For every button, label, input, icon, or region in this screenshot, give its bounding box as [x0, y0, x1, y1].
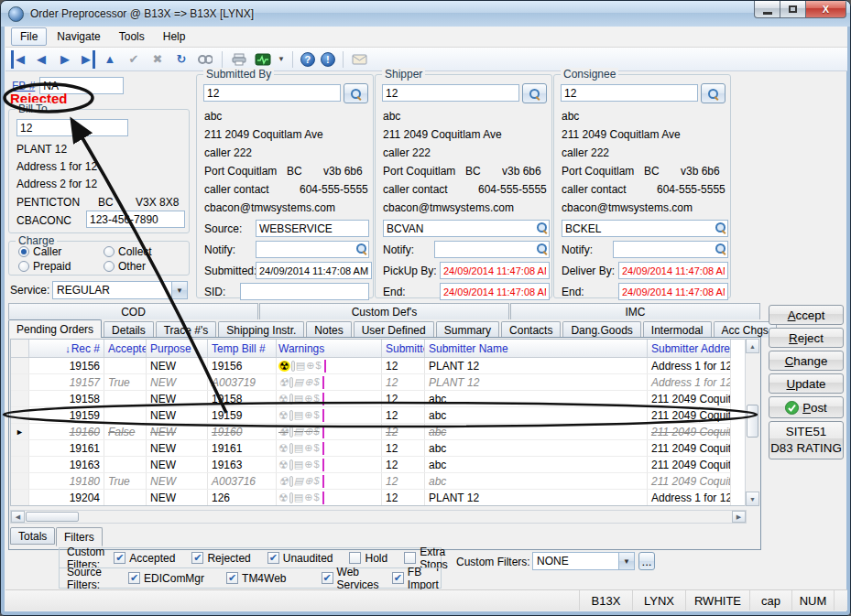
last-record-icon[interactable]: ▶ [80, 50, 95, 69]
col-header-submitter-name[interactable]: Submitter Name [425, 340, 648, 357]
post-button[interactable]: Post [769, 396, 844, 418]
table-row[interactable]: 19157True NEWA003719 ☢▤⊕$ 12PLANT 12Addr… [11, 374, 731, 391]
filter-fb-import-checkbox[interactable]: FB Import [392, 566, 441, 591]
table-row[interactable]: 19204 NEW126 ☢▤⊕$ 12PLANT 12Address 1 fo… [11, 490, 731, 506]
minimize-button[interactable] [754, 1, 780, 18]
sid-input[interactable] [240, 283, 369, 300]
grid-horizontal-scrollbar[interactable]: ◀ ▶ [10, 510, 747, 524]
update-button[interactable]: Update [769, 373, 844, 394]
reject-button[interactable]: Reject [769, 328, 844, 348]
service-select[interactable]: REGULAR ▼ [52, 281, 188, 299]
scroll-right-icon[interactable]: ▶ [732, 511, 746, 523]
lookup-icon[interactable] [356, 243, 366, 254]
accept-button[interactable]: Accept [769, 305, 844, 325]
charge-other-radio[interactable]: Other [104, 260, 146, 273]
tab-details[interactable]: Details [104, 321, 154, 338]
scrollbar-thumb[interactable] [26, 512, 79, 522]
menu-help[interactable]: Help [155, 28, 194, 45]
bill-to-phone-input[interactable] [86, 211, 185, 228]
consignee-search-button[interactable] [701, 83, 726, 103]
charge-prepaid-radio[interactable]: Prepaid [18, 260, 71, 273]
charge-caller-radio[interactable]: Caller [18, 245, 61, 258]
source-input[interactable] [256, 220, 369, 237]
tab-trace-numbers[interactable]: Trace #'s [156, 321, 217, 338]
tab-summary[interactable]: Summary [436, 321, 499, 338]
filter-unaudited-checkbox[interactable]: Unaudited [267, 552, 333, 565]
about-icon[interactable]: ! [321, 52, 335, 67]
lookup-icon[interactable] [537, 222, 547, 232]
next-record-icon[interactable]: ▶ [56, 50, 74, 69]
col-header-rec[interactable]: ↓Rec # [29, 340, 104, 357]
menu-navigate[interactable]: Navigate [49, 28, 108, 45]
filter-edicommgr-checkbox[interactable]: EDIComMgr [128, 572, 204, 585]
tab-shipping-instr[interactable]: Shipping Instr. [218, 321, 304, 338]
email-icon[interactable] [351, 50, 369, 69]
print-icon[interactable] [230, 50, 248, 69]
tab-cod[interactable]: COD [8, 303, 258, 319]
tab-filters[interactable]: Filters [56, 527, 103, 546]
col-header-warnings[interactable]: Warnings [277, 340, 382, 357]
col-header-submitter-address[interactable]: Submitter Address 1 [648, 340, 731, 357]
shipper-search-button[interactable] [522, 83, 547, 103]
lookup-icon[interactable] [715, 222, 726, 232]
table-row-selected[interactable]: ►19160False NEW19160 ☢▤⊕$ 12abc211 2049 … [11, 424, 731, 440]
first-record-icon[interactable]: ◀ [11, 50, 27, 69]
previous-record-icon[interactable]: ◀ [32, 50, 50, 69]
menu-file[interactable]: File [11, 27, 47, 46]
tab-totals[interactable]: Totals [10, 527, 55, 545]
filter-rejected-checkbox[interactable]: Rejected [191, 552, 250, 565]
collapse-icon[interactable]: ▲ [101, 50, 119, 69]
resize-grip[interactable] [835, 590, 847, 611]
maximize-button[interactable] [780, 1, 805, 18]
chevron-down-icon[interactable]: ▼ [171, 282, 187, 298]
confirm-icon[interactable]: ✔ [125, 50, 143, 69]
pickup-end-input[interactable] [440, 283, 550, 300]
tab-pending-orders[interactable]: Pending Orders [8, 319, 102, 338]
lookup-icon[interactable] [715, 243, 726, 254]
col-header-accepted[interactable]: Accepted [104, 340, 147, 357]
col-header-temp-bill[interactable]: Temp Bill # [208, 340, 277, 357]
more-filters-button[interactable]: ... [638, 552, 655, 570]
shipper-site-input[interactable]: BCVAN [383, 220, 550, 237]
table-row[interactable]: 19158 NEW19158 ☢▤⊕$ 12abc211 2049 Coquit… [11, 391, 731, 407]
site-rating-button[interactable]: SITE51D83 RATING [769, 421, 844, 459]
help-icon[interactable]: ? [300, 52, 315, 67]
charge-collect-radio[interactable]: Collect [104, 245, 152, 258]
custom-filters-preset-select[interactable]: NONE ▼ [532, 552, 635, 570]
submitted-by-id-input[interactable] [203, 84, 341, 102]
tab-contacts[interactable]: Contacts [501, 321, 561, 338]
tab-intermodal[interactable]: Intermodal [643, 321, 712, 338]
menu-tools[interactable]: Tools [111, 28, 153, 45]
table-row[interactable]: 19180True NEWA003716 ☢▤⊕$ 12abc211 2049 … [11, 473, 731, 490]
scroll-up-icon[interactable]: ▲ [746, 339, 759, 353]
scrollbar-thumb[interactable] [747, 405, 758, 438]
change-button[interactable]: Change [769, 351, 844, 371]
submitted-date-input[interactable] [256, 262, 372, 279]
refresh-icon[interactable]: ↻ [172, 50, 191, 69]
lookup-icon[interactable] [537, 243, 547, 254]
consignee-id-input[interactable] [561, 84, 698, 102]
notify-input[interactable] [256, 241, 369, 258]
table-row[interactable]: 19163 NEW19163 ☢▤⊕$ 12abc211 2049 Coquit… [11, 457, 731, 473]
tab-acc-chgs[interactable]: Acc Chgs [714, 321, 777, 338]
tab-custom-defs[interactable]: Custom Def's [259, 303, 509, 319]
consignee-notify-input[interactable] [613, 241, 728, 258]
shipper-id-input[interactable] [382, 84, 519, 102]
tab-user-defined[interactable]: User Defined [354, 321, 434, 338]
deliver-end-input[interactable] [618, 283, 728, 300]
filter-accepted-checkbox[interactable]: Accepted [114, 552, 175, 565]
col-header-purpose[interactable]: Purpose [147, 340, 208, 357]
tab-notes[interactable]: Notes [306, 321, 351, 338]
process-monitor-icon[interactable] [254, 50, 272, 69]
find-icon[interactable] [196, 50, 214, 69]
consignee-site-input[interactable]: BCKEL [562, 220, 728, 237]
filter-web-services-checkbox[interactable]: Web Services [322, 566, 385, 591]
tab-imc[interactable]: IMC [510, 303, 760, 319]
pickup-by-input[interactable] [440, 262, 550, 279]
deliver-by-input[interactable] [618, 262, 728, 279]
chevron-down-icon[interactable]: ▼ [618, 553, 634, 569]
tab-dang-goods[interactable]: Dang.Goods [562, 321, 640, 338]
table-row[interactable]: 19159 NEW19159 ☢▤⊕$ 12abc211 2049 Coquit… [11, 407, 731, 424]
col-header-submitter[interactable]: Submitter [382, 340, 425, 357]
table-row[interactable]: 19156 NEW19156 ☢▤⊕$ 12PLANT 12Address 1 … [11, 358, 731, 374]
